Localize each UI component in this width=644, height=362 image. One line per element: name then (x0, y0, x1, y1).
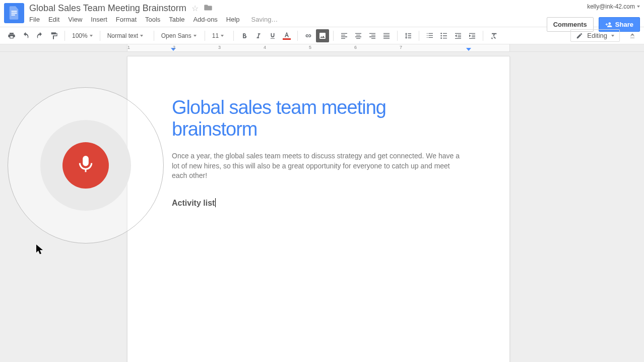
underline-icon[interactable] (266, 29, 279, 42)
star-icon[interactable]: ☆ (191, 4, 199, 13)
decrease-indent-icon[interactable] (452, 29, 465, 42)
style-value: Normal text (107, 32, 138, 39)
svg-rect-2 (12, 15, 15, 16)
text-cursor (215, 198, 216, 207)
voice-pulse-ring (40, 120, 131, 211)
indent-marker-right[interactable] (466, 48, 471, 51)
font-size-dropdown[interactable]: 11 (209, 29, 229, 42)
editing-label: Editing (587, 32, 607, 39)
app-header: Global Sales Team Meeting Brainstorm ☆ F… (0, 0, 644, 27)
caret-down-icon (90, 35, 93, 37)
document-paragraph[interactable]: Once a year, the global sales team meets… (172, 151, 465, 181)
microphone-button[interactable] (62, 142, 109, 189)
caret-down-icon (611, 35, 614, 37)
menu-bar: File Edit View Insert Format Tools Table… (29, 16, 547, 23)
link-icon[interactable] (302, 29, 315, 42)
bulleted-list-icon[interactable] (437, 29, 450, 42)
cursor-icon (36, 245, 43, 257)
font-value: Open Sans (161, 32, 191, 39)
svg-point-5 (440, 37, 442, 39)
separator (100, 31, 100, 41)
ruler-tick: 5 (309, 45, 311, 50)
separator (154, 31, 154, 41)
bold-icon[interactable] (238, 29, 251, 42)
subheading-text: Activity list (172, 199, 215, 207)
ruler-tick: 1 (127, 45, 130, 50)
ruler-tick: 3 (218, 45, 221, 50)
separator (397, 31, 398, 41)
menu-addons[interactable]: Add-ons (193, 16, 217, 23)
line-spacing-icon[interactable] (402, 29, 415, 42)
menu-view[interactable]: View (68, 16, 82, 23)
document-heading[interactable]: Global sales team meeting brainstorm (172, 97, 465, 140)
zoom-dropdown[interactable]: 100% (69, 29, 96, 42)
folder-icon[interactable] (204, 4, 213, 13)
separator (205, 31, 205, 41)
saving-status: Saving… (251, 16, 278, 23)
caret-down-icon (221, 35, 224, 37)
size-value: 11 (212, 32, 219, 39)
menu-table[interactable]: Table (169, 16, 184, 23)
print-icon[interactable] (5, 29, 18, 42)
separator (419, 31, 419, 41)
increase-indent-icon[interactable] (466, 29, 479, 42)
align-justify-icon[interactable] (380, 29, 393, 42)
menu-help[interactable]: Help (226, 16, 240, 23)
clear-formatting-icon[interactable] (487, 29, 500, 42)
ruler-tick: 2 (173, 45, 175, 50)
pencil-icon (576, 32, 583, 39)
separator (233, 31, 234, 41)
editing-mode-dropdown[interactable]: Editing (570, 29, 620, 42)
docs-logo-icon[interactable] (4, 3, 24, 23)
voice-typing-widget[interactable] (8, 87, 164, 244)
document-subheading[interactable]: Activity list (172, 198, 465, 208)
menu-file[interactable]: File (29, 16, 40, 23)
align-center-icon[interactable] (352, 29, 365, 42)
svg-rect-0 (12, 11, 17, 12)
person-add-icon (605, 21, 612, 28)
separator (297, 31, 298, 41)
ruler[interactable]: 1 2 3 4 5 6 7 (0, 44, 644, 52)
share-label: Share (615, 21, 633, 28)
ruler-tick: 7 (400, 45, 402, 50)
paint-format-icon[interactable] (47, 29, 60, 42)
caret-down-icon (140, 35, 143, 37)
align-left-icon[interactable] (338, 29, 351, 42)
font-dropdown[interactable]: Open Sans (158, 29, 201, 42)
image-icon[interactable] (316, 29, 329, 42)
account-menu[interactable]: kelly@ink-42.com (587, 3, 640, 10)
align-right-icon[interactable] (366, 29, 379, 42)
caret-down-icon (194, 35, 197, 37)
redo-icon[interactable] (33, 29, 46, 42)
separator (65, 31, 65, 41)
separator (333, 31, 334, 41)
chevron-up-icon[interactable] (626, 29, 639, 42)
menu-insert[interactable]: Insert (91, 16, 107, 23)
ruler-tick: 4 (264, 45, 266, 50)
editor-canvas[interactable]: Global sales team meeting brainstorm Onc… (0, 52, 644, 362)
account-email: kelly@ink-42.com (587, 3, 635, 10)
text-color-icon[interactable] (280, 29, 293, 42)
document-title[interactable]: Global Sales Team Meeting Brainstorm (29, 3, 186, 14)
menu-edit[interactable]: Edit (48, 16, 59, 23)
italic-icon[interactable] (252, 29, 265, 42)
ruler-tick: 6 (354, 45, 357, 50)
zoom-value: 100% (72, 32, 88, 39)
undo-icon[interactable] (19, 29, 32, 42)
menu-tools[interactable]: Tools (145, 16, 160, 23)
svg-rect-1 (12, 13, 17, 14)
numbered-list-icon[interactable] (423, 29, 436, 42)
menu-format[interactable]: Format (116, 16, 137, 23)
document-page[interactable]: Global sales team meeting brainstorm Onc… (127, 56, 510, 362)
paragraph-style-dropdown[interactable]: Normal text (104, 29, 150, 42)
svg-point-3 (440, 33, 442, 34)
separator (483, 31, 483, 41)
caret-down-icon (637, 6, 640, 8)
microphone-icon (77, 154, 95, 176)
svg-point-4 (440, 35, 442, 36)
